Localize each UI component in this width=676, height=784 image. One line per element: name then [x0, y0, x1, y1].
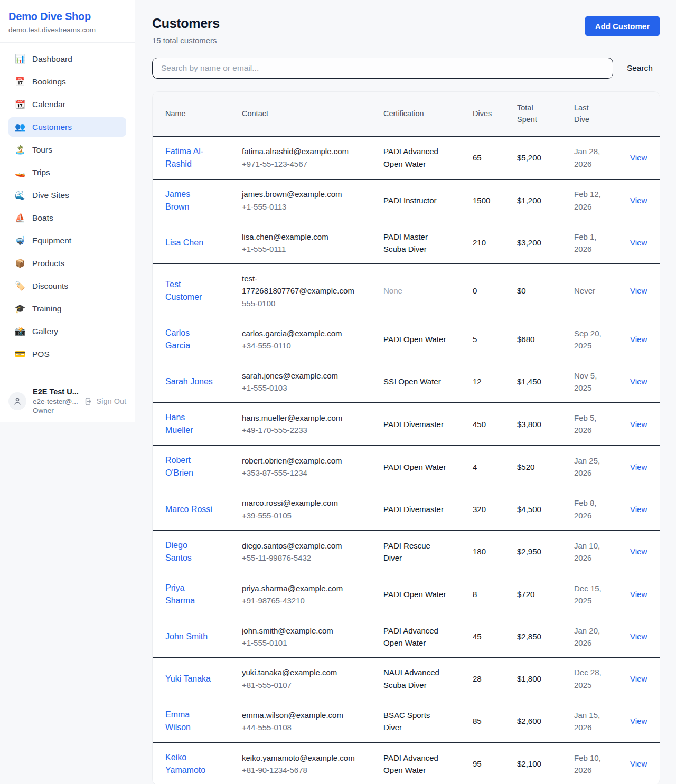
view-link[interactable]: View	[630, 377, 647, 386]
sidebar-item-discounts[interactable]: 🏷️ Discounts	[8, 276, 126, 296]
sidebar-item-training[interactable]: 🎓 Training	[8, 299, 126, 318]
dives-count: 45	[473, 632, 482, 641]
sidebar-item-equipment[interactable]: 🤿 Equipment	[8, 231, 126, 250]
certification: BSAC Sports Diver	[383, 709, 448, 734]
sidebar-item-pos[interactable]: 💳 POS	[8, 344, 126, 364]
total-spent: $1,800	[517, 674, 541, 683]
col-header-name: Name	[153, 92, 229, 136]
col-header-actions	[617, 92, 660, 136]
customer-name-link[interactable]: John Smith	[165, 630, 208, 643]
table-row: Sarah Jones sarah.jones@example.com +1-5…	[153, 361, 660, 403]
last-dive-date: Feb 5, 2026	[574, 412, 607, 437]
contact-cell: diego.santos@example.com +55-11-99876-54…	[242, 540, 354, 564]
last-dive-date: Dec 28, 2025	[574, 666, 607, 691]
search-button[interactable]: Search	[619, 59, 660, 77]
sidebar-item-gallery[interactable]: 📸 Gallery	[8, 322, 126, 341]
view-link[interactable]: View	[630, 716, 647, 725]
add-customer-button[interactable]: Add Customer	[585, 16, 660, 36]
contact-cell: carlos.garcia@example.com +34-555-0110	[242, 327, 354, 352]
customer-phone: +39-555-0105	[242, 509, 354, 522]
view-link[interactable]: View	[630, 462, 647, 471]
customers-table-card: Name Contact Certification Dives Total S…	[152, 91, 660, 784]
view-link[interactable]: View	[630, 505, 647, 514]
sidebar-item-label: Customers	[32, 122, 72, 132]
certification: PADI Open Water	[383, 588, 446, 600]
customer-name-link[interactable]: Priya Sharma	[165, 582, 213, 607]
customer-name-link[interactable]: Yuki Tanaka	[165, 673, 211, 685]
customer-email: diego.santos@example.com	[242, 540, 354, 552]
search-input[interactable]	[152, 58, 613, 79]
contact-cell: priya.sharma@example.com +91-98765-43210	[242, 582, 354, 607]
table-row: Yuki Tanaka yuki.tanaka@example.com +81-…	[153, 658, 660, 700]
sidebar-item-bookings[interactable]: 📅 Bookings	[8, 72, 126, 91]
last-dive-date: Feb 1, 2026	[574, 231, 607, 256]
total-spent: $1,450	[517, 377, 541, 386]
sidebar-item-dashboard[interactable]: 📊 Dashboard	[8, 49, 126, 69]
customers-table: Name Contact Certification Dives Total S…	[153, 92, 660, 784]
sidebar-item-label: Bookings	[32, 77, 66, 87]
speedboat-icon: 🚤	[15, 167, 25, 177]
sidebar-item-tours[interactable]: 🏝️ Tours	[8, 140, 126, 159]
total-spent: $2,850	[517, 632, 541, 641]
customer-phone: +1-555-0101	[242, 637, 354, 649]
customer-email: carlos.garcia@example.com	[242, 327, 354, 339]
certification: SSI Open Water	[383, 375, 441, 388]
brand-block: Demo Dive Shop demo.test.divestreams.com	[0, 0, 135, 43]
customer-name-link[interactable]: James Brown	[165, 188, 213, 213]
dives-count: 95	[473, 759, 482, 768]
view-link[interactable]: View	[630, 674, 647, 683]
certification: PADI Advanced Open Water	[383, 625, 448, 649]
certification: NAUI Advanced Scuba Diver	[383, 666, 448, 691]
dives-count: 65	[473, 153, 482, 162]
customer-phone: +49-170-555-2233	[242, 424, 354, 436]
view-link[interactable]: View	[630, 286, 647, 295]
sidebar-item-dive-sites[interactable]: 🌊 Dive Sites	[8, 185, 126, 205]
dives-count: 210	[473, 238, 486, 247]
dives-count: 12	[473, 377, 482, 386]
customer-name-link[interactable]: Robert O'Brien	[165, 454, 213, 479]
customer-email: james.brown@example.com	[242, 188, 354, 200]
customer-name-link[interactable]: Marco Rossi	[165, 503, 212, 516]
sidebar-item-customers[interactable]: 👥 Customers	[8, 117, 126, 137]
customer-phone: +1-555-0113	[242, 201, 354, 213]
last-dive-date: Dec 15, 2025	[574, 582, 607, 607]
sidebar-item-label: Dive Sites	[32, 191, 69, 200]
customer-name-link[interactable]: Fatima Al-Rashid	[165, 145, 213, 171]
last-dive-date: Feb 8, 2026	[574, 497, 607, 522]
customer-name-link[interactable]: Diego Santos	[165, 539, 213, 564]
customer-phone: +1-555-0103	[242, 382, 354, 394]
customer-name-link[interactable]: Hans Mueller	[165, 411, 213, 437]
contact-cell: marco.rossi@example.com +39-555-0105	[242, 497, 354, 522]
sidebar-item-label: Gallery	[32, 327, 58, 336]
total-spent: $5,200	[517, 153, 541, 162]
view-link[interactable]: View	[630, 590, 647, 599]
customer-name-link[interactable]: Test Customer	[165, 278, 213, 304]
sidebar-item-trips[interactable]: 🚤 Trips	[8, 163, 126, 182]
customer-name-link[interactable]: Lisa Chen	[165, 237, 203, 249]
view-link[interactable]: View	[630, 335, 647, 344]
view-link[interactable]: View	[630, 547, 647, 556]
customer-email: hans.mueller@example.com	[242, 412, 354, 424]
customer-phone: +91-98765-43210	[242, 594, 354, 607]
contact-cell: john.smith@example.com +1-555-0101	[242, 625, 354, 649]
certification: PADI Open Water	[383, 461, 446, 473]
table-row: Keiko Yamamoto keiko.yamamoto@example.co…	[153, 742, 660, 784]
sidebar-item-products[interactable]: 📦 Products	[8, 253, 126, 273]
view-link[interactable]: View	[630, 759, 647, 768]
customer-name-link[interactable]: Carlos Garcia	[165, 327, 213, 352]
view-link[interactable]: View	[630, 632, 647, 641]
view-link[interactable]: View	[630, 153, 647, 162]
sign-out-button[interactable]: Sign Out	[84, 397, 126, 406]
view-link[interactable]: View	[630, 420, 647, 429]
customer-name-link[interactable]: Emma Wilson	[165, 709, 213, 734]
sidebar-item-boats[interactable]: ⛵ Boats	[8, 208, 126, 228]
last-dive-date: Sep 20, 2025	[574, 327, 607, 352]
view-link[interactable]: View	[630, 196, 647, 205]
customer-name-link[interactable]: Keiko Yamamoto	[165, 751, 213, 777]
customer-name-link[interactable]: Sarah Jones	[165, 375, 213, 388]
certification: PADI Instructor	[383, 194, 437, 206]
island-icon: 🏝️	[15, 145, 25, 155]
table-row: John Smith john.smith@example.com +1-555…	[153, 616, 660, 658]
view-link[interactable]: View	[630, 238, 647, 247]
sidebar-item-calendar[interactable]: 📆 Calendar	[8, 95, 126, 114]
